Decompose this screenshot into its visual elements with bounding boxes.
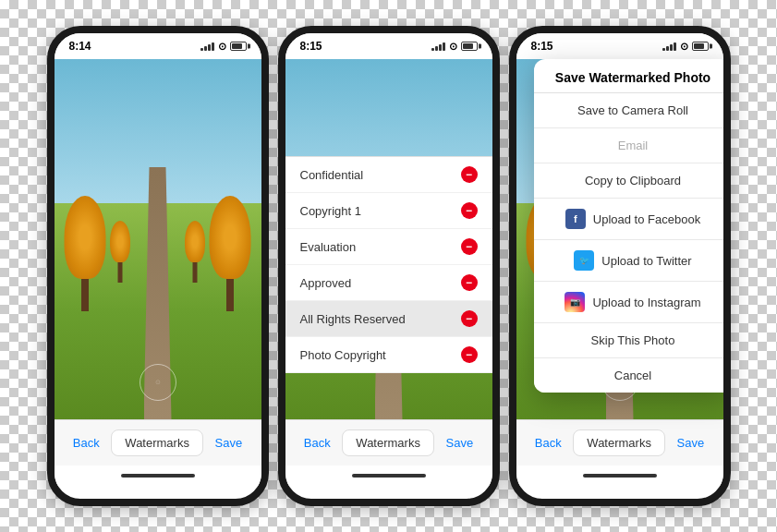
watermark-item-photocopyright[interactable]: Photo Copyright − xyxy=(285,337,492,373)
watermark-item-evaluation[interactable]: Evaluation − xyxy=(285,229,492,265)
battery-icon-3 xyxy=(692,42,709,51)
cancel-button[interactable]: Cancel xyxy=(534,358,731,393)
toolbar-1: Back Watermarks Save xyxy=(55,419,261,466)
back-button-2[interactable]: Back xyxy=(297,432,338,453)
watermark-label: Confidential xyxy=(300,168,364,182)
watermark-label: Approved xyxy=(300,276,352,290)
status-icons-1: ⊙ xyxy=(200,41,247,53)
watermark-list: Confidential − Copyright 1 − Evaluation … xyxy=(285,156,492,373)
save-button-2[interactable]: Save xyxy=(439,432,481,453)
back-button-3[interactable]: Back xyxy=(528,432,569,453)
phone-3: 8:15 ⊙ xyxy=(509,26,731,506)
remove-button-evaluation[interactable]: − xyxy=(461,238,478,255)
save-popup: Save Watermarked Photo Save to Camera Ro… xyxy=(534,59,731,393)
save-button-1[interactable]: Save xyxy=(208,432,250,453)
status-icons-3: ⊙ xyxy=(662,41,709,53)
watermark-label: Copyright 1 xyxy=(300,204,361,218)
home-indicator-2 xyxy=(285,466,492,486)
watermark-label: All Rights Reserved xyxy=(300,312,406,326)
save-to-camera-roll-button[interactable]: Save to Camera Roll xyxy=(534,93,731,128)
battery-icon-2 xyxy=(461,42,478,51)
status-bar-1: 8:14 ⊙ xyxy=(55,33,261,59)
copy-to-clipboard-button[interactable]: Copy to Clipboard xyxy=(534,163,731,199)
remove-button-approved[interactable]: − xyxy=(461,274,478,291)
watermark-item-approved[interactable]: Approved − xyxy=(285,265,492,301)
phone-2: 8:15 ⊙ xyxy=(278,26,500,506)
status-bar-3: 8:15 ⊙ xyxy=(516,33,723,59)
facebook-icon: f xyxy=(565,209,586,229)
remove-button-photocopyright[interactable]: − xyxy=(461,346,478,363)
phone-1: 8:14 ⊙ xyxy=(47,26,269,506)
watermarks-button-1[interactable]: Watermarks xyxy=(111,429,203,456)
watermarks-button-2[interactable]: Watermarks xyxy=(342,429,434,456)
home-indicator-1 xyxy=(55,466,261,486)
signal-icon-3 xyxy=(662,42,676,51)
tree-right-1 xyxy=(209,200,250,311)
back-button-1[interactable]: Back xyxy=(66,432,107,453)
watermark-label: Evaluation xyxy=(300,240,357,254)
upload-instagram-button[interactable]: 📷 Upload to Instagram xyxy=(534,282,731,323)
twitter-icon: 🐦 xyxy=(574,250,594,271)
upload-twitter-button[interactable]: 🐦 Upload to Twitter xyxy=(534,240,731,282)
watermarks-button-3[interactable]: Watermarks xyxy=(573,429,665,456)
watermark-item-allrights[interactable]: All Rights Reserved − xyxy=(285,301,492,337)
home-indicator-3 xyxy=(516,466,723,486)
upload-facebook-button[interactable]: f Upload to Facebook xyxy=(534,199,731,240)
watermark-circle-1: ⊙ xyxy=(140,364,176,401)
time-2: 8:15 xyxy=(300,40,322,53)
remove-button-allrights[interactable]: − xyxy=(461,310,478,327)
skip-photo-button[interactable]: Skip This Photo xyxy=(534,323,731,358)
toolbar-2: Back Watermarks Save xyxy=(285,419,492,466)
watermark-item-copyright1[interactable]: Copyright 1 − xyxy=(285,193,492,229)
wifi-icon-3: ⊙ xyxy=(680,41,688,53)
battery-icon-1 xyxy=(230,42,247,51)
status-bar-2: 8:15 ⊙ xyxy=(285,33,492,59)
photo-1: ⊙ xyxy=(55,59,261,419)
signal-icon-2 xyxy=(431,42,445,51)
time-1: 8:14 xyxy=(69,40,91,53)
watermark-item-confidential[interactable]: Confidential − xyxy=(285,157,492,193)
tree-left-1 xyxy=(65,200,106,311)
remove-button-copyright1[interactable]: − xyxy=(461,202,478,219)
photo-2: Confidential − Copyright 1 − Evaluation … xyxy=(285,59,492,419)
popup-title: Save Watermarked Photo xyxy=(534,59,731,93)
instagram-icon: 📷 xyxy=(565,292,585,312)
save-button-3[interactable]: Save xyxy=(670,432,712,453)
toolbar-3: Back Watermarks Save xyxy=(516,419,723,466)
time-3: 8:15 xyxy=(531,40,553,53)
wifi-icon-1: ⊙ xyxy=(218,41,226,53)
remove-button-confidential[interactable]: − xyxy=(461,166,478,183)
watermark-label: Photo Copyright xyxy=(300,348,386,362)
status-icons-2: ⊙ xyxy=(431,41,478,53)
email-input[interactable]: Email xyxy=(534,128,731,163)
wifi-icon-2: ⊙ xyxy=(449,41,457,53)
signal-icon-1 xyxy=(200,42,214,51)
